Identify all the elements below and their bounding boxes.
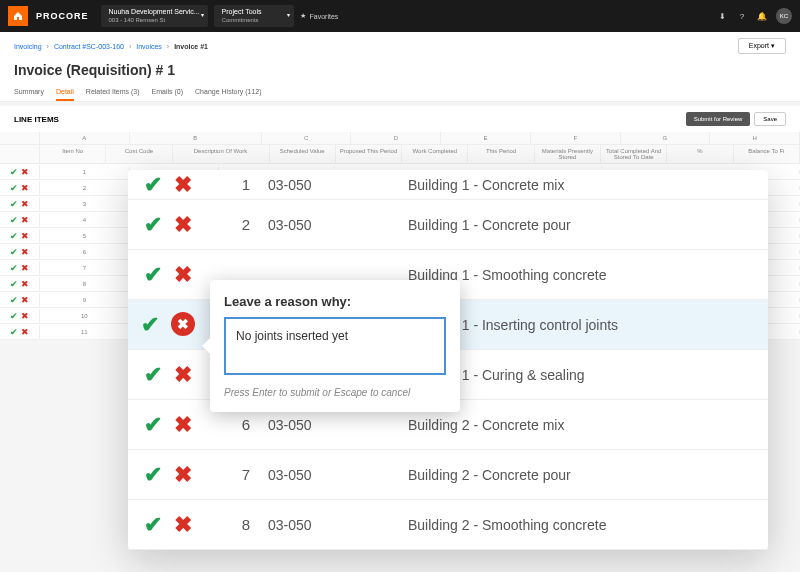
row-number: 5 — [40, 231, 130, 241]
submit-review-button[interactable]: Submit for Review — [686, 112, 751, 126]
reject-icon[interactable]: ✖ — [171, 312, 195, 336]
tools-top: Project Tools — [222, 8, 286, 16]
tab-history[interactable]: Change History (112) — [195, 84, 262, 101]
project-selector[interactable]: Nuuha Development Servic... 003 - 140 Re… — [101, 5, 208, 27]
approve-icon[interactable]: ✔ — [10, 327, 18, 337]
reject-icon[interactable]: ✖ — [21, 279, 29, 289]
col-header: Description Of Work — [173, 145, 270, 163]
breadcrumb-bar: Invoicing › Contract #SC-003-160 › Invoi… — [0, 32, 800, 60]
approve-icon[interactable]: ✔ — [141, 312, 159, 338]
table-row: ✔✖203-050Building 1 - Concrete pour — [128, 200, 768, 250]
approve-icon[interactable]: ✔ — [10, 295, 18, 305]
reject-icon[interactable]: ✖ — [21, 327, 29, 337]
tab-detail[interactable]: Detail — [56, 84, 74, 101]
row-number: 7 — [40, 263, 130, 273]
reject-icon[interactable]: ✖ — [21, 263, 29, 273]
tab-emails[interactable]: Emails (0) — [152, 84, 184, 101]
approve-icon[interactable]: ✔ — [10, 167, 18, 177]
col-letter: E — [441, 132, 531, 144]
col-header: Materials Presently Stored — [535, 145, 601, 163]
row-desc: Building 1 - Concrete mix — [388, 177, 768, 193]
line-items-header: LINE ITEMS Submit for Review Save — [0, 106, 800, 132]
row-desc: Building 2 - Smoothing concrete — [388, 517, 768, 533]
reject-icon[interactable]: ✖ — [21, 199, 29, 209]
reject-icon[interactable]: ✖ — [174, 462, 192, 488]
row-number: 1 — [40, 167, 130, 177]
approve-icon[interactable]: ✔ — [144, 512, 162, 538]
row-number: 9 — [40, 295, 130, 305]
row-number: 1 — [208, 176, 268, 193]
approve-icon[interactable]: ✔ — [10, 263, 18, 273]
home-icon[interactable] — [8, 6, 28, 26]
approve-icon[interactable]: ✔ — [144, 362, 162, 388]
approve-icon[interactable]: ✔ — [10, 231, 18, 241]
save-button[interactable]: Save — [754, 112, 786, 126]
approve-icon[interactable]: ✔ — [10, 247, 18, 257]
row-number: 2 — [208, 216, 268, 233]
export-button[interactable]: Export ▾ — [738, 38, 786, 54]
reject-icon[interactable]: ✖ — [21, 215, 29, 225]
popup-arrow-icon — [202, 338, 210, 354]
col-letter: H — [710, 132, 800, 144]
approve-icon[interactable]: ✔ — [144, 172, 162, 198]
col-header: This Period — [468, 145, 534, 163]
reject-icon[interactable]: ✖ — [174, 362, 192, 388]
col-letter: B — [130, 132, 262, 144]
tab-summary[interactable]: Summary — [14, 84, 44, 101]
reject-icon[interactable]: ✖ — [21, 311, 29, 321]
approve-icon[interactable]: ✔ — [144, 212, 162, 238]
approve-icon[interactable]: ✔ — [10, 199, 18, 209]
tools-selector[interactable]: Project Tools Commitments ▾ — [214, 5, 294, 27]
approve-icon[interactable]: ✔ — [144, 462, 162, 488]
approve-icon[interactable]: ✔ — [144, 412, 162, 438]
approve-icon[interactable]: ✔ — [10, 183, 18, 193]
approve-icon[interactable]: ✔ — [144, 262, 162, 288]
help-icon[interactable]: ? — [736, 10, 748, 22]
table-row: ✔✖803-050Building 2 - Smoothing concrete — [128, 500, 768, 550]
tab-related[interactable]: Related Items (3) — [86, 84, 140, 101]
approve-icon[interactable]: ✔ — [10, 311, 18, 321]
reject-icon[interactable]: ✖ — [21, 167, 29, 177]
download-icon[interactable]: ⬇ — [716, 10, 728, 22]
col-header: Cost Code — [106, 145, 172, 163]
col-letter: A — [40, 132, 130, 144]
table-row: ✔ ✖ 1 03-050 Building 1 - Concrete mix — [128, 170, 768, 200]
crumb-contract[interactable]: Contract #SC-003-160 — [54, 43, 124, 50]
row-code: 03-050 — [268, 217, 388, 233]
favorites-link[interactable]: ★ Favorites — [300, 12, 339, 20]
table-header-row: Item No Cost Code Description Of Work Sc… — [0, 145, 800, 164]
chevron-down-icon: ▾ — [201, 12, 204, 19]
approve-icon[interactable]: ✔ — [10, 279, 18, 289]
row-number: 11 — [40, 327, 130, 337]
reject-icon[interactable]: ✖ — [174, 512, 192, 538]
bell-icon[interactable]: 🔔 — [756, 10, 768, 22]
app-logo: PROCORE — [36, 11, 89, 21]
approve-icon[interactable]: ✔ — [10, 215, 18, 225]
col-header: Work Completed — [402, 145, 468, 163]
reject-icon[interactable]: ✖ — [21, 295, 29, 305]
col-header: Total Completed And Stored To Date — [601, 145, 667, 163]
reject-icon[interactable]: ✖ — [174, 412, 192, 438]
col-letter: G — [621, 132, 711, 144]
reject-reason-popup: Leave a reason why: No joints inserted y… — [210, 280, 460, 412]
reason-input[interactable]: No joints inserted yet — [224, 317, 446, 375]
tab-bar: Summary Detail Related Items (3) Emails … — [0, 84, 800, 102]
reject-icon[interactable]: ✖ — [174, 172, 192, 198]
reject-icon[interactable]: ✖ — [21, 231, 29, 241]
crumb-invoicing[interactable]: Invoicing — [14, 43, 42, 50]
row-number: 6 — [208, 416, 268, 433]
row-number: 6 — [40, 247, 130, 257]
top-navbar: PROCORE Nuuha Development Servic... 003 … — [0, 0, 800, 32]
col-letter: F — [531, 132, 621, 144]
col-header: Item No — [40, 145, 106, 163]
reject-icon[interactable]: ✖ — [21, 183, 29, 193]
row-number: 8 — [208, 516, 268, 533]
reject-icon[interactable]: ✖ — [21, 247, 29, 257]
reject-icon[interactable]: ✖ — [174, 262, 192, 288]
reject-icon[interactable]: ✖ — [174, 212, 192, 238]
row-number: 10 — [40, 311, 130, 321]
project-name: Nuuha Development Servic... — [109, 8, 200, 16]
avatar[interactable]: KC — [776, 8, 792, 24]
chevron-down-icon: ▾ — [771, 42, 775, 49]
crumb-invoices[interactable]: Invoices — [136, 43, 162, 50]
